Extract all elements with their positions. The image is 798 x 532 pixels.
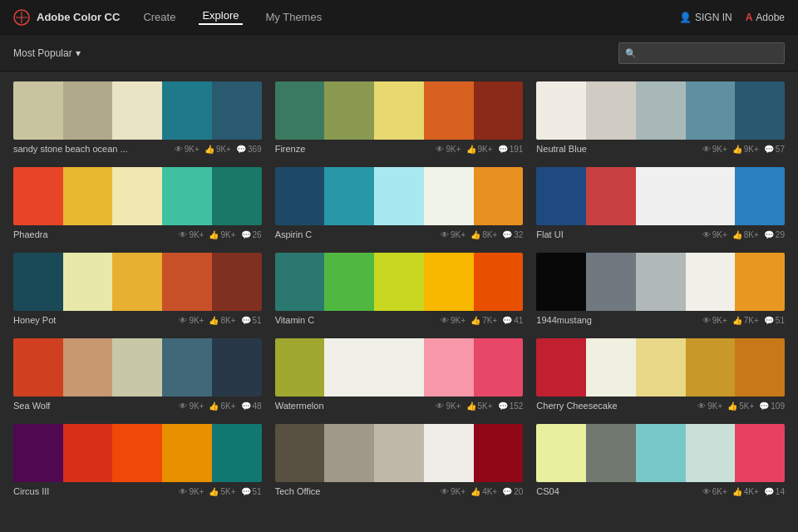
comment-icon: 💬 xyxy=(502,316,512,325)
eye-icon: 👁 xyxy=(697,401,706,411)
palette-swatch xyxy=(636,253,686,311)
likes-stat: 👍 8K+ xyxy=(732,230,759,239)
likes-stat: 👍 9K+ xyxy=(466,145,493,154)
theme-name: CS04 xyxy=(536,486,697,496)
palette-swatch xyxy=(112,253,162,311)
palette-swatch xyxy=(536,253,586,311)
comments-stat: 💬 14 xyxy=(764,487,785,496)
palette-strip xyxy=(13,81,262,140)
palette-swatch xyxy=(636,424,686,482)
theme-card[interactable]: Flat UI👁 9K+👍 8K+💬 29 xyxy=(536,167,785,239)
palette-strip xyxy=(536,424,785,482)
palette-swatch xyxy=(424,81,474,140)
comment-icon: 💬 xyxy=(502,487,512,496)
likes-stat: 👍 9K+ xyxy=(732,145,759,154)
thumb-icon: 👍 xyxy=(209,230,219,239)
theme-name: sandy stone beach ocean ... xyxy=(13,144,170,154)
palette-swatch xyxy=(275,167,325,225)
palette-swatch xyxy=(636,338,686,397)
palette-swatch xyxy=(212,81,262,140)
palette-swatch xyxy=(13,338,63,397)
theme-name: Watermelon xyxy=(275,401,431,411)
theme-card[interactable]: Phaedra👁 9K+👍 9K+💬 26 xyxy=(13,167,262,239)
palette-swatch xyxy=(424,338,474,397)
theme-meta: CS04👁 6K+👍 4K+💬 14 xyxy=(536,486,785,496)
eye-icon: 👁 xyxy=(702,230,711,239)
toolbar: Most Popular ▾ 🔍 xyxy=(0,35,798,71)
palette-swatch xyxy=(686,253,736,311)
search-input[interactable] xyxy=(618,42,785,64)
theme-card[interactable]: CS04👁 6K+👍 4K+💬 14 xyxy=(536,424,785,496)
nav-create[interactable]: Create xyxy=(140,11,179,23)
comments-stat: 💬 152 xyxy=(498,401,524,411)
palette-swatch xyxy=(586,338,636,397)
most-popular-dropdown[interactable]: Most Popular ▾ xyxy=(13,47,81,59)
theme-name: Honey Pot xyxy=(13,315,174,325)
theme-name: Vitamin C xyxy=(275,315,436,325)
palette-swatch xyxy=(686,167,736,225)
theme-meta: Cherry Cheesecake👁 9K+👍 5K+💬 109 xyxy=(536,401,785,411)
thumb-icon: 👍 xyxy=(732,316,742,325)
themes-grid: sandy stone beach ocean ...👁 9K+👍 9K+💬 3… xyxy=(0,71,798,506)
palette-swatch xyxy=(162,253,212,311)
comments-stat: 💬 369 xyxy=(236,145,262,154)
palette-swatch xyxy=(636,81,686,140)
views-stat: 👁 9K+ xyxy=(436,145,461,154)
palette-swatch xyxy=(686,424,736,482)
palette-swatch xyxy=(586,81,636,140)
theme-meta: 1944mustang👁 9K+👍 7K+💬 51 xyxy=(536,315,785,325)
theme-card[interactable]: Honey Pot👁 9K+👍 8K+💬 51 xyxy=(13,253,262,325)
theme-card[interactable]: Firenze👁 9K+👍 9K+💬 191 xyxy=(275,81,524,154)
palette-swatch xyxy=(13,81,63,140)
thumb-icon: 👍 xyxy=(470,316,480,325)
theme-meta: Vitamin C👁 9K+👍 7K+💬 41 xyxy=(275,315,524,325)
comment-icon: 💬 xyxy=(498,145,508,154)
theme-card[interactable]: Cherry Cheesecake👁 9K+👍 5K+💬 109 xyxy=(536,338,785,411)
theme-card[interactable]: Aspirin C👁 9K+👍 8K+💬 32 xyxy=(275,167,524,239)
theme-card[interactable]: Sea Wolf👁 9K+👍 6K+💬 48 xyxy=(13,338,262,411)
logo-area: Adobe Color CC xyxy=(13,9,120,26)
palette-swatch xyxy=(162,424,212,482)
thumb-icon: 👍 xyxy=(204,145,214,154)
nav-mythemes[interactable]: My Themes xyxy=(263,11,326,23)
comments-stat: 💬 41 xyxy=(502,316,523,325)
comments-stat: 💬 51 xyxy=(764,316,785,325)
sign-in-button[interactable]: 👤 SIGN IN xyxy=(679,12,732,23)
palette-swatch xyxy=(424,253,474,311)
views-stat: 👁 9K+ xyxy=(441,316,466,325)
palette-swatch xyxy=(474,338,524,397)
theme-name: 1944mustang xyxy=(536,315,697,325)
palette-swatch xyxy=(586,167,636,225)
palette-swatch xyxy=(374,338,424,397)
theme-card[interactable]: Neutral Blue👁 9K+👍 9K+💬 57 xyxy=(536,81,785,154)
eye-icon: 👁 xyxy=(179,230,187,239)
palette-swatch xyxy=(735,338,785,397)
theme-meta: Phaedra👁 9K+👍 9K+💬 26 xyxy=(13,229,262,239)
nav-explore[interactable]: Explore xyxy=(199,9,242,25)
views-stat: 👁 9K+ xyxy=(702,230,727,239)
views-stat: 👁 9K+ xyxy=(179,401,204,411)
palette-swatch xyxy=(112,338,162,397)
main-nav: Create Explore My Themes xyxy=(140,9,679,25)
likes-stat: 👍 6K+ xyxy=(209,401,235,411)
theme-name: Tech Office xyxy=(275,486,436,496)
logo-text: Adobe Color CC xyxy=(37,11,120,23)
palette-swatch xyxy=(13,167,63,225)
views-stat: 👁 9K+ xyxy=(179,316,204,325)
comment-icon: 💬 xyxy=(759,401,769,411)
palette-swatch xyxy=(324,424,374,482)
theme-card[interactable]: Vitamin C👁 9K+👍 7K+💬 41 xyxy=(275,253,524,325)
theme-card[interactable]: Watermelon👁 9K+👍 5K+💬 152 xyxy=(275,338,524,411)
theme-card[interactable]: sandy stone beach ocean ...👁 9K+👍 9K+💬 3… xyxy=(13,81,262,154)
theme-card[interactable]: Tech Office👁 9K+👍 4K+💬 20 xyxy=(275,424,524,496)
theme-card[interactable]: Circus III👁 9K+👍 5K+💬 51 xyxy=(13,424,262,496)
most-popular-label: Most Popular xyxy=(13,47,72,59)
eye-icon: 👁 xyxy=(436,401,444,411)
theme-name: Aspirin C xyxy=(275,229,436,239)
theme-card[interactable]: 1944mustang👁 9K+👍 7K+💬 51 xyxy=(536,253,785,325)
eye-icon: 👁 xyxy=(179,487,187,496)
palette-swatch xyxy=(63,338,113,397)
comment-icon: 💬 xyxy=(764,230,774,239)
comment-icon: 💬 xyxy=(498,401,508,411)
views-stat: 👁 9K+ xyxy=(441,487,466,496)
